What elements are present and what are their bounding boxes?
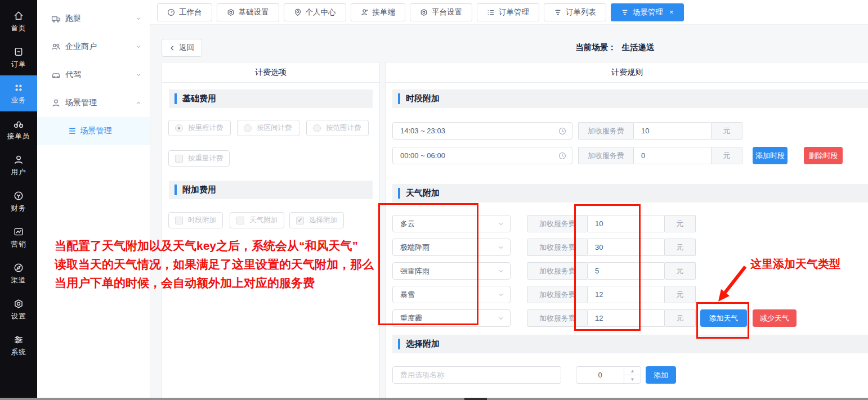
sidebar-item-channel[interactable]: 渠道: [0, 255, 37, 291]
chevron-down-icon: [498, 221, 504, 227]
menu-item-errand[interactable]: 跑腿: [37, 5, 150, 33]
chevron-down-icon: [498, 315, 504, 322]
business-grid-icon: [13, 82, 24, 93]
gear-icon: [420, 8, 428, 16]
fee-label: 加收服务费: [527, 309, 587, 327]
back-button[interactable]: 返回: [162, 39, 202, 57]
fee-option-name-wrap: [392, 366, 561, 384]
billing-options-title: 计费选项: [162, 62, 379, 83]
sidebar-item-marketing[interactable]: 营销: [0, 219, 37, 255]
system-icon: [13, 334, 24, 345]
weather-type-select[interactable]: 强雷阵雨: [392, 262, 511, 280]
sidebar-item-home[interactable]: 首页: [0, 3, 37, 39]
submenu-item-label: 场景管理: [80, 126, 112, 136]
rider-icon: [13, 118, 24, 129]
tab-platform-settings[interactable]: 平台设置: [410, 3, 472, 21]
weather-type-select[interactable]: 重度霾: [392, 309, 511, 327]
menu-item-enterprise[interactable]: 企业商户: [37, 33, 150, 61]
gear-icon: [227, 8, 235, 16]
sidebar-item-settings[interactable]: 设置: [0, 291, 37, 327]
submenu-item-scene-management[interactable]: ☰ 场景管理: [37, 117, 150, 145]
weather-row: 极端降雨 加收服务费 元: [386, 239, 868, 256]
home-icon: [13, 10, 24, 21]
checkbox-weather-extra[interactable]: 天气附加: [230, 212, 284, 228]
chevron-down-icon: [135, 15, 142, 22]
time-fee-input[interactable]: [634, 147, 711, 164]
tab-courier-app[interactable]: 接单端: [351, 3, 406, 21]
time-range-picker[interactable]: 00:00 ~ 06:00: [392, 147, 572, 164]
time-row: 14:03 ~ 23:03 加收服务费 元: [386, 122, 868, 140]
weather-type-select[interactable]: 极端降雨: [392, 239, 511, 256]
weather-fee-input-wrap: [587, 239, 665, 256]
sidebar-item-rider[interactable]: 接单员: [0, 111, 37, 147]
add-choice-button[interactable]: 添加: [646, 366, 676, 384]
weather-fee-input-wrap: [587, 286, 665, 303]
fee-label: 加收服务费: [527, 215, 587, 232]
fee-label: 加收服务费: [527, 262, 587, 280]
stepper-controls: ▲ ▼: [624, 367, 641, 383]
remove-weather-button[interactable]: 减少天气: [753, 309, 797, 327]
menu-sidebar: 跑腿 企业商户 代驾 场景管理 ☰ 场景管理: [37, 0, 150, 398]
checkbox-by-weight[interactable]: 按重量计费: [168, 150, 230, 167]
add-time-button[interactable]: 添加时段: [753, 147, 788, 164]
weather-fee-input[interactable]: [588, 286, 664, 303]
sidebar-item-orders[interactable]: 订单: [0, 39, 37, 75]
tab-basic-settings[interactable]: 基础设置: [217, 3, 279, 21]
radio-by-mileage[interactable]: 按里程计费: [168, 120, 231, 136]
fee-label: 加收服务费: [527, 239, 587, 256]
radio-by-range[interactable]: 按范围计费: [306, 120, 369, 136]
weather-fee-input[interactable]: [588, 310, 664, 326]
sidebar-item-finance[interactable]: 财务: [0, 183, 37, 219]
scrollbar-thumb[interactable]: [464, 398, 487, 400]
sidebar-item-business[interactable]: 业务: [0, 75, 37, 111]
unit-label: 元: [665, 215, 696, 232]
close-icon[interactable]: ×: [669, 8, 674, 16]
stepper-up-icon[interactable]: ▲: [624, 367, 641, 375]
time-range-picker[interactable]: 14:03 ~ 23:03: [392, 122, 572, 140]
weather-fee-input-wrap: [587, 215, 665, 232]
weather-row: 多云 加收服务费 元: [386, 215, 868, 232]
tab-personal-center[interactable]: 个人中心: [284, 3, 346, 21]
weather-fee-input[interactable]: [588, 239, 664, 255]
chevron-up-icon: [135, 100, 142, 106]
menu-item-label: 代驾: [65, 70, 81, 80]
menu-item-scene-management[interactable]: 场景管理: [37, 89, 150, 117]
checkbox-checked-icon: ✓: [296, 217, 304, 224]
tab-scene-management[interactable]: 场景管理 ×: [611, 3, 684, 21]
menu-item-driving[interactable]: 代驾: [37, 61, 150, 89]
tab-bar: 工作台 基础设置 个人中心 接单端 平台设置 订单管理: [150, 0, 868, 25]
tab-workbench[interactable]: 工作台: [157, 3, 212, 21]
tab-order-management[interactable]: 订单管理: [477, 3, 539, 21]
fee-option-name-input[interactable]: [393, 367, 561, 383]
weather-type-select[interactable]: 暴雪: [392, 286, 511, 303]
weather-fee-input[interactable]: [588, 215, 664, 232]
time-fee-input-wrap: [633, 122, 712, 140]
weather-fee-input[interactable]: [588, 263, 664, 279]
tab-order-list[interactable]: 订单列表: [544, 3, 606, 21]
user-icon: [13, 154, 24, 165]
remove-time-button[interactable]: 删除时段: [804, 147, 843, 164]
sidebar-item-system[interactable]: 系统: [0, 327, 37, 363]
app-root: 首页 订单 业务 接单员 用户 财务 营销 渠道: [0, 0, 868, 400]
current-scene: 当前场景： 生活递送: [575, 42, 655, 53]
weather-row: 重度霾 加收服务费 元 添加天气 减少天气: [386, 309, 868, 327]
checkbox-time-extra[interactable]: 时段附加: [168, 212, 223, 228]
time-fee-input[interactable]: [634, 123, 711, 139]
unit-label: 元: [712, 122, 742, 140]
sidebar-item-users[interactable]: 用户: [0, 147, 37, 183]
channel-icon: [13, 262, 24, 273]
radio-icon: [313, 124, 321, 132]
person-icon: [51, 98, 61, 108]
weather-type-select[interactable]: 多云: [392, 215, 511, 232]
horizontal-scrollbar[interactable]: [0, 398, 868, 400]
main-area: 工作台 基础设置 个人中心 接单端 平台设置 订单管理: [150, 0, 868, 398]
fee-label: 加收服务费: [527, 286, 587, 303]
add-weather-button[interactable]: 添加天气: [700, 309, 747, 327]
fee-amount-input[interactable]: [576, 367, 624, 383]
extra-fee-section-header: 附加费用: [169, 181, 373, 199]
radio-by-interval[interactable]: 按区间计费: [237, 120, 299, 136]
billing-rules-title: 计费规则: [386, 62, 868, 83]
stepper-down-icon[interactable]: ▼: [624, 375, 641, 383]
checkbox-choice-extra[interactable]: ✓ 选择附加: [289, 212, 344, 228]
base-fee-section-header: 基础费用: [169, 89, 373, 108]
